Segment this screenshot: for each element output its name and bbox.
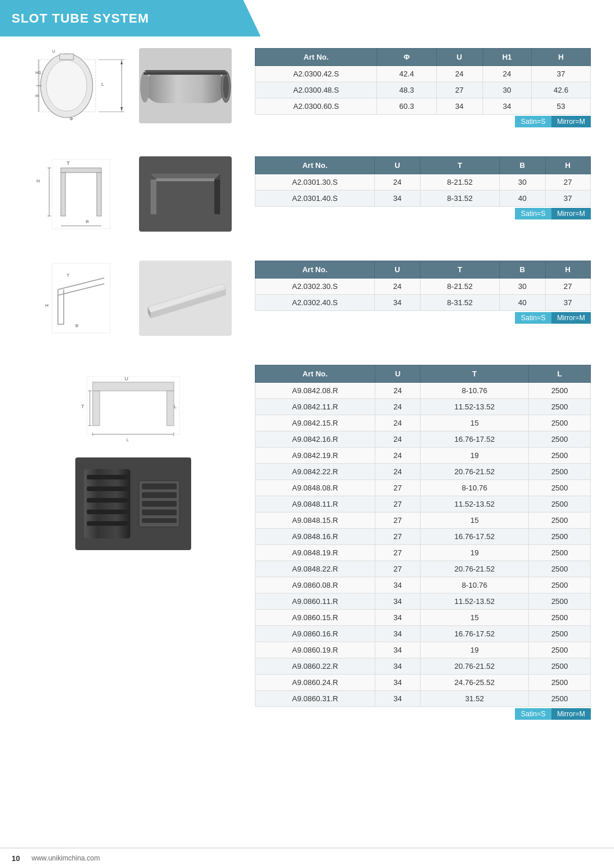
section3-images: T H B (23, 261, 243, 336)
table-cell: A2.0300.60.S (255, 98, 377, 115)
finish-satin-2: Satin=S (515, 208, 551, 219)
svg-text:T: T (67, 160, 70, 166)
table-row: A9.0860.31.R3431.522500 (255, 691, 591, 707)
col-u: U (436, 49, 483, 66)
svg-rect-53 (93, 391, 100, 426)
svg-rect-73 (142, 492, 177, 498)
col-b: B (500, 157, 545, 174)
table-cell: 24 (375, 448, 421, 464)
table-cell: A2.0300.42.S (255, 66, 377, 82)
footer-website: www.unikimchina.com (31, 854, 100, 862)
table-row: A9.0842.08.R248-10.762500 (255, 383, 591, 399)
table-row: A9.0860.16.R3416.76-17.522500 (255, 626, 591, 642)
finish-mirror-3: Mirror=M (551, 312, 591, 324)
table-cell: 8-21.52 (420, 279, 499, 295)
table-cell: 16.76-17.52 (421, 626, 529, 642)
section4-images: U T L L (23, 365, 243, 550)
table-cell: 34 (375, 610, 421, 626)
table-cell: A2.0301.40.S (255, 191, 375, 207)
table-cell: 2500 (529, 431, 591, 448)
col-h: H (545, 261, 590, 279)
table-cell: 2500 (529, 610, 591, 626)
table-cell: 19 (421, 448, 529, 464)
col-u: U (375, 261, 420, 279)
table-row: A9.0842.15.R24152500 (255, 415, 591, 431)
section4-table-wrapper: Art No. U T L A9.0842.08.R248-10.762500A… (255, 365, 591, 720)
table-cell: A9.0860.11.R (255, 594, 375, 610)
svg-text:H: H (45, 303, 49, 308)
table-cell: A2.0301.30.S (255, 174, 375, 191)
table-row: A2.0302.40.S348-31.524037 (255, 295, 591, 311)
svg-rect-68 (87, 498, 127, 503)
section1-photo (139, 48, 232, 123)
table-cell: 24 (375, 431, 421, 448)
svg-rect-70 (87, 521, 127, 526)
table-row: A9.0848.15.R27152500 (255, 512, 591, 529)
table-cell: 24.76-25.52 (421, 675, 529, 691)
table-cell: 19 (421, 642, 529, 658)
table-cell: 37 (531, 66, 590, 82)
table-cell: 24 (436, 66, 483, 82)
col-artno: Art No. (255, 261, 375, 279)
table-cell: 16.76-17.52 (421, 431, 529, 448)
svg-rect-39 (52, 263, 110, 333)
table-cell: A9.0860.24.R (255, 675, 375, 691)
table-cell: 16.76-17.52 (421, 529, 529, 545)
table-row: A9.0848.11.R2711.52-13.522500 (255, 496, 591, 512)
section2-table: Art No. U T B H A2.0301.30.S248-21.52302… (255, 156, 591, 207)
table-cell: 42.4 (377, 66, 436, 82)
table-cell: 34 (375, 675, 421, 691)
table-cell: A9.0848.08.R (255, 480, 375, 496)
finish-satin-3: Satin=S (515, 312, 551, 324)
table-row: A9.0842.16.R2416.76-17.522500 (255, 431, 591, 448)
svg-text:L: L (126, 437, 129, 442)
svg-marker-36 (151, 180, 156, 214)
table-cell: 20.76-21.52 (421, 658, 529, 675)
table-cell: 15 (421, 512, 529, 529)
section3-table: Art No. U T B H A2.0302.30.S248-21.52302… (255, 261, 591, 311)
table-cell: 34 (375, 295, 420, 311)
section3-photo (139, 261, 232, 336)
svg-rect-23 (61, 168, 101, 173)
table-cell: 60.3 (377, 98, 436, 115)
footer: 10 www.unikimchina.com (0, 848, 614, 868)
product-section-3: T H B (23, 261, 591, 336)
table-cell: A9.0842.11.R (255, 399, 375, 415)
svg-rect-25 (97, 173, 101, 216)
finish-mirror-4: Mirror=M (551, 708, 591, 720)
svg-line-41 (58, 284, 104, 295)
col-t: T (420, 261, 499, 279)
table-row: A9.0860.24.R3424.76-25.522500 (255, 675, 591, 691)
svg-text:Φ: Φ (70, 116, 73, 122)
table-cell: 20.76-21.52 (421, 464, 529, 480)
table-cell: 27 (375, 480, 421, 496)
table-cell: A9.0860.19.R (255, 642, 375, 658)
finish-mirror-1: Mirror=M (551, 116, 591, 127)
col-u: U (375, 365, 421, 383)
svg-rect-72 (142, 484, 177, 489)
table-cell: 34 (375, 642, 421, 658)
table-cell: 11.52-13.52 (421, 399, 529, 415)
table-cell: 8-21.52 (420, 174, 499, 191)
svg-point-18 (140, 71, 149, 102)
table-cell: A9.0848.19.R (255, 545, 375, 561)
product-section-4: U T L L (23, 365, 591, 720)
col-u: U (375, 157, 420, 174)
table-cell: 8-10.76 (421, 383, 529, 399)
table-cell: 8-31.52 (420, 295, 499, 311)
svg-rect-16 (145, 71, 226, 103)
svg-text:L: L (174, 404, 177, 409)
col-h: H (531, 49, 590, 66)
section4-photo (75, 457, 191, 550)
table-cell: 40 (500, 191, 545, 207)
svg-text:B: B (86, 219, 89, 224)
table-cell: 2500 (529, 577, 591, 594)
table-cell: 8-10.76 (421, 480, 529, 496)
table-cell: 34 (483, 98, 531, 115)
svg-marker-14 (120, 61, 123, 64)
table-row: A9.0860.15.R34152500 (255, 610, 591, 626)
table-row: A9.0860.19.R34192500 (255, 642, 591, 658)
header-banner: SLOT TUBE SYSTEM (0, 0, 261, 36)
section2-table-wrapper: Art No. U T B H A2.0301.30.S248-21.52302… (255, 156, 591, 219)
table-cell: 30 (500, 279, 545, 295)
